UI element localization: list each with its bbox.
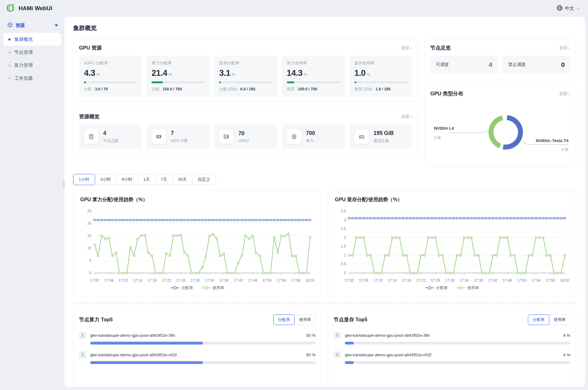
sidebar-resize-handle[interactable] bbox=[64, 181, 64, 188]
language-selector[interactable]: 中文 bbox=[557, 5, 580, 12]
svg-text:17:46: 17:46 bbox=[502, 278, 512, 283]
page-title: 集群概览 bbox=[73, 24, 576, 32]
svg-text:0.5: 0.5 bbox=[341, 262, 346, 266]
gpu-type-all-link[interactable]: 全部 › bbox=[559, 91, 570, 97]
svg-text:17:42: 17:42 bbox=[488, 278, 498, 283]
menu-dot-icon bbox=[8, 38, 11, 41]
rank-badge: 2 bbox=[334, 351, 341, 358]
donut-slice-l4[interactable] bbox=[491, 118, 503, 146]
progress-bar bbox=[151, 81, 204, 83]
sidebar-item-cluster-overview[interactable]: 集群概览 bbox=[3, 33, 61, 46]
donut-count-t4: 4 张 bbox=[561, 147, 568, 152]
progress-bar bbox=[90, 342, 316, 344]
stat-label: 显存使用率 bbox=[354, 60, 407, 66]
sidebar-group-resources[interactable]: 资源 bbox=[3, 19, 61, 32]
sidebar-item-compute-management[interactable]: 算力管理 bbox=[3, 59, 61, 72]
sidebar-item-workloads[interactable]: 工作负载 bbox=[3, 72, 61, 85]
donut-slice-tesla-t4[interactable] bbox=[503, 118, 520, 147]
cube-icon bbox=[7, 22, 13, 28]
svg-text:3.5: 3.5 bbox=[341, 209, 346, 213]
svg-text:17:54: 17:54 bbox=[531, 278, 541, 283]
dashed-separator bbox=[74, 303, 576, 303]
svg-text:17:22: 17:22 bbox=[416, 278, 426, 283]
stat-card-memory-usage: 显存使用率 1.0% 使用 (GiB) : 1.9 / 195 bbox=[349, 56, 412, 96]
stat-card-compute-usage: 算力使用率 14.3% 使用 : 100.0 / 700 bbox=[282, 56, 345, 96]
time-tab-1d[interactable]: 1天 bbox=[138, 174, 156, 185]
compute-icon bbox=[287, 129, 301, 144]
legend-item-alloc[interactable]: 分配率 bbox=[171, 285, 193, 291]
tab-usage-rate[interactable]: 使用率 bbox=[294, 314, 316, 325]
node-name: gke-kantaloupe-demo-gpu-pool-a843f02e-3f… bbox=[345, 333, 430, 338]
legend-item-usage[interactable]: 使用率 bbox=[202, 285, 224, 291]
svg-text:17:58: 17:58 bbox=[546, 278, 555, 283]
schedulable-label: 可调度 bbox=[436, 62, 449, 67]
svg-text:17:54: 17:54 bbox=[277, 278, 286, 283]
svg-text:3: 3 bbox=[344, 218, 346, 222]
svg-text:17:30: 17:30 bbox=[191, 278, 200, 283]
svg-text:17:10: 17:10 bbox=[373, 278, 383, 283]
svg-text:17:46: 17:46 bbox=[248, 278, 257, 283]
table-row: 2 gke-kantaloupe-demo-gpu-pool-a843f02e-… bbox=[334, 351, 570, 364]
chevron-right-icon: › bbox=[569, 91, 570, 96]
node-compute-top5-title: 节点算力 Top5 bbox=[79, 316, 113, 323]
svg-text:17:14: 17:14 bbox=[133, 278, 142, 283]
compute-top5-tabs: 分配率 使用率 bbox=[273, 314, 316, 325]
all-link-label: 全部 bbox=[401, 45, 410, 51]
legend-item-usage[interactable]: 使用率 bbox=[456, 285, 479, 291]
sidebar-item-node-management[interactable]: 节点管理 bbox=[3, 46, 61, 59]
all-link-label: 全部 bbox=[401, 114, 410, 119]
gpu-resources-all-link[interactable]: 全部 › bbox=[401, 45, 412, 51]
compute-trend-line-chart[interactable]: 051015202517:0217:0617:1017:1417:1817:22… bbox=[80, 206, 314, 284]
progress-bar bbox=[345, 342, 570, 344]
gpu-card-icon bbox=[151, 129, 166, 144]
menu-dot-icon bbox=[8, 77, 11, 80]
svg-text:17:26: 17:26 bbox=[176, 278, 185, 283]
tab-alloc-rate[interactable]: 分配率 bbox=[528, 314, 549, 325]
table-row: 2 gke-kantaloupe-demo-gpu-pool-a843f02e-… bbox=[79, 351, 316, 364]
svg-text:25: 25 bbox=[87, 209, 92, 213]
stat-label: 算力分配率 bbox=[151, 60, 204, 66]
node-overview-all-link[interactable]: 全部 › bbox=[559, 45, 570, 51]
time-tab-3h[interactable]: 3小时 bbox=[95, 174, 117, 185]
leader-line-l4 bbox=[448, 131, 488, 133]
overview-card-nodes: 4节点总数 bbox=[79, 124, 142, 149]
stat-value: 4.3 bbox=[84, 68, 95, 78]
time-tab-7d[interactable]: 7天 bbox=[155, 174, 173, 185]
stat-footer-value: 3.0 / 70 bbox=[95, 87, 108, 91]
hami-webui-page: HAMi WebUI 中文 bbox=[0, 0, 588, 390]
overview-label: vGPU bbox=[238, 139, 248, 143]
tab-usage-rate[interactable]: 使用率 bbox=[549, 314, 570, 325]
compute-trend-title: GPU 算力分配/使用趋势（%） bbox=[80, 197, 314, 203]
stat-label: 显存分配率 bbox=[219, 60, 272, 66]
stat-label: 算力使用率 bbox=[287, 60, 340, 66]
caret-down-icon bbox=[55, 24, 58, 27]
unschedulable-box: 禁止调度 0 bbox=[503, 56, 570, 74]
legend-item-alloc[interactable]: 分配率 bbox=[425, 285, 448, 291]
svg-text:17:10: 17:10 bbox=[119, 278, 128, 283]
stat-label: vGPU 分配率 bbox=[84, 60, 137, 66]
overview-label: GPU 卡数 bbox=[171, 138, 188, 144]
time-tab-30d[interactable]: 30天 bbox=[173, 174, 193, 185]
donut-label-l4: NVIDIA L4 bbox=[434, 126, 454, 131]
stat-unit: % bbox=[169, 72, 172, 77]
svg-text:17:22: 17:22 bbox=[162, 278, 171, 283]
schedulable-value: 4 bbox=[489, 61, 492, 68]
svg-text:18:02: 18:02 bbox=[560, 278, 569, 283]
svg-text:17:30: 17:30 bbox=[445, 278, 454, 283]
overview-card-vgpu: 70vGPU bbox=[214, 124, 277, 149]
time-tab-6h[interactable]: 6小时 bbox=[116, 174, 138, 185]
memory-trend-line-chart[interactable]: 00.511.522.533.517:0217:0617:1017:1417:1… bbox=[335, 206, 569, 284]
table-row: 1 gke-kantaloupe-demo-gpu-pool-a843f02e-… bbox=[334, 332, 570, 344]
sidebar-menu: 集群概览 节点管理 算力管理 工作负载 bbox=[3, 33, 61, 85]
stat-card-memory-alloc: 显存分配率 3.1% 分配 (GiB) : 6.0 / 195 bbox=[214, 56, 277, 96]
time-tab-1h[interactable]: 1小时 bbox=[73, 174, 95, 185]
tab-alloc-rate[interactable]: 分配率 bbox=[273, 314, 295, 325]
progress-bar bbox=[90, 361, 316, 364]
svg-text:17:42: 17:42 bbox=[234, 278, 243, 283]
resource-overview-title: 资源概览 bbox=[79, 113, 99, 120]
overview-label: 节点总数 bbox=[103, 138, 119, 144]
time-tab-custom[interactable]: 自定义 bbox=[192, 174, 216, 185]
node-memory-top5-card: 节点显存 Top5 分配率 使用率 1 gke-kantaloupe-demo-… bbox=[328, 309, 576, 387]
gpu-type-donut-chart: NVIDIA L4 3 张 NVIDIA–Tesla T4 4 张 bbox=[430, 102, 570, 162]
resource-overview-all-link[interactable]: 全部 › bbox=[401, 114, 412, 119]
